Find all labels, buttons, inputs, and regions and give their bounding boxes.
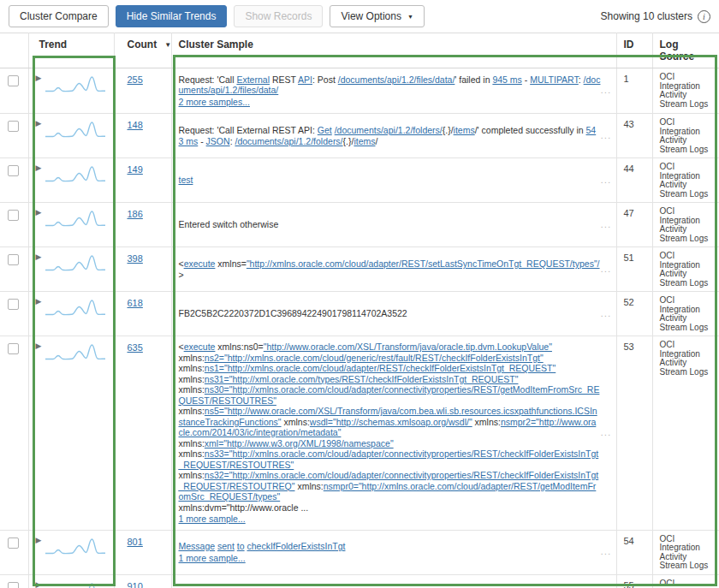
row-checkbox[interactable]: [8, 343, 19, 354]
sample-link[interactable]: execute: [184, 258, 216, 269]
expand-row-icon[interactable]: ▶: [36, 297, 42, 306]
row-checkbox[interactable]: [8, 299, 19, 310]
more-samples-link[interactable]: 1 more sample...: [179, 514, 246, 525]
sample-link[interactable]: /documents/api/1.2/folders/: [235, 136, 342, 146]
row-checkbox[interactable]: [8, 582, 19, 588]
info-icon[interactable]: i: [698, 10, 710, 23]
row-overflow-ellipsis[interactable]: ...: [601, 175, 612, 186]
sample-link[interactable]: MULTIPART: [530, 74, 579, 85]
cluster-id-cell: 44: [616, 158, 652, 203]
expand-row-icon[interactable]: ▶: [36, 342, 42, 350]
trend-cell: ▶: [28, 203, 114, 247]
count-link[interactable]: 148: [128, 120, 143, 130]
count-link[interactable]: 255: [128, 74, 143, 85]
sample-link[interactable]: sent: [217, 541, 235, 551]
row-checkbox[interactable]: [8, 538, 19, 549]
log-source-cell: OCI Integration Activity Stream Logs: [652, 336, 719, 531]
count-link[interactable]: 186: [128, 209, 143, 219]
row-checkbox[interactable]: [8, 254, 19, 265]
row-overflow-ellipsis[interactable]: ...: [601, 219, 612, 230]
sample-link[interactable]: /documents/api/1.2/files/data/: [338, 74, 455, 85]
sample-link[interactable]: checkIfFolderExistsInTgt: [247, 541, 346, 551]
more-samples-link[interactable]: 1 more sample...: [179, 553, 246, 564]
sample-link[interactable]: API: [298, 74, 312, 85]
sample-link[interactable]: items: [454, 125, 475, 135]
sample-link[interactable]: items: [354, 136, 375, 146]
sort-descending-icon[interactable]: ▼: [164, 41, 171, 49]
count-link[interactable]: 801: [128, 537, 143, 547]
view-options-button[interactable]: View Options▼: [330, 5, 424, 27]
trend-sparkline: [45, 297, 106, 319]
cluster-sample-cell: Stitch Statements Completed for TrimTheC…: [171, 574, 616, 588]
row-overflow-ellipsis[interactable]: ...: [601, 264, 612, 275]
expand-row-icon[interactable]: ▶: [36, 163, 42, 172]
sample-text-fragment: xmlns:: [472, 417, 501, 427]
sample-text-fragment: -: [522, 74, 530, 85]
row-overflow-ellipsis[interactable]: ...: [601, 308, 612, 319]
sample-link[interactable]: ns33="http://xmlns.oracle.com/cloud/adap…: [179, 448, 599, 470]
sample-link[interactable]: JSON: [206, 136, 230, 146]
row-checkbox[interactable]: [8, 121, 19, 132]
sample-text-fragment: /' completed successfully in: [475, 125, 586, 135]
sample-link[interactable]: execute: [184, 342, 216, 352]
count-column-header[interactable]: Count▼: [114, 33, 171, 68]
sample-link[interactable]: ns30="http://xmlns.oracle.com/cloud/adap…: [179, 384, 600, 406]
count-cell: 398: [114, 247, 171, 292]
sample-link[interactable]: External: [236, 74, 270, 85]
count-link[interactable]: 398: [128, 253, 143, 264]
row-overflow-ellipsis[interactable]: ...: [601, 428, 612, 439]
expand-row-icon[interactable]: ▶: [36, 252, 42, 261]
count-link[interactable]: 635: [128, 342, 143, 353]
count-link[interactable]: 910: [128, 581, 143, 588]
cluster-id-cell: 51: [616, 247, 652, 292]
row-overflow-ellipsis[interactable]: ...: [601, 86, 612, 97]
row-checkbox[interactable]: [8, 210, 19, 221]
cluster-compare-button[interactable]: Cluster Compare: [9, 5, 109, 27]
expand-row-icon[interactable]: ▶: [36, 119, 42, 128]
row-checkbox[interactable]: [8, 165, 19, 176]
sample-link[interactable]: ns1="http://xmlns.oracle.com/cloud/adapt…: [205, 363, 556, 373]
sample-link[interactable]: ns2="http://xmlns.oracle.com/cloud/gener…: [205, 353, 544, 363]
expand-row-icon[interactable]: ▶: [36, 208, 42, 217]
sample-text-fragment: xmlns:: [179, 374, 205, 384]
sample-link[interactable]: wsdl="http://schemas.xmlsoap.org/wsdl/": [310, 417, 472, 427]
row-overflow-ellipsis[interactable]: ...: [601, 130, 612, 141]
row-checkbox[interactable]: [8, 75, 19, 86]
more-samples-link[interactable]: 2 more samples...: [179, 97, 250, 108]
trend-cell: ▶: [28, 574, 114, 588]
row-select-cell: [0, 292, 28, 336]
table-row: ▶ 910 Stitch Statements Completed for Tr…: [0, 574, 719, 588]
trend-cell: ▶: [28, 68, 114, 114]
sample-text-fragment: ' failed in: [455, 74, 492, 85]
cluster-id-cell: 53: [616, 336, 652, 531]
cluster-sample-cell: test ...: [171, 158, 616, 203]
sample-link[interactable]: "http://www.oracle.com/XSL/Transform/jav…: [264, 342, 552, 352]
log-source-cell: OCI Integration Activity Stream Logs: [652, 203, 719, 247]
sample-link[interactable]: ns31="http://xml.oracle.com/types/REST/c…: [205, 374, 519, 384]
cluster-id-cell: 55: [616, 574, 652, 588]
sample-link[interactable]: xml="http://www.w3.org/XML/1998/namespac…: [205, 438, 394, 448]
count-link[interactable]: 149: [128, 164, 143, 175]
cluster-sample-cell: Request: 'Call External REST API: Get /d…: [171, 114, 616, 158]
sample-text-fragment: {.}/: [343, 136, 354, 146]
count-cell: 801: [114, 530, 171, 574]
sample-link[interactable]: Get: [318, 125, 332, 135]
hide-similar-trends-button[interactable]: Hide Similar Trends: [116, 5, 228, 27]
cluster-sample-cell: <execute xmlns:ns0="http://www.oracle.co…: [171, 336, 616, 531]
cluster-sample-cell: <execute xmlns="http://xmlns.oracle.com/…: [171, 247, 616, 292]
expand-row-icon[interactable]: ▶: [36, 580, 42, 588]
trend-sparkline: [45, 580, 106, 588]
expand-row-icon[interactable]: ▶: [36, 74, 42, 82]
sample-text-fragment: xmlns:: [179, 384, 205, 395]
sample-link[interactable]: test: [179, 175, 193, 185]
row-overflow-ellipsis[interactable]: ...: [601, 547, 612, 558]
expand-row-icon[interactable]: ▶: [36, 536, 42, 544]
trend-cell: ▶: [28, 292, 114, 336]
sample-link[interactable]: /documents/api/1.2/folders/: [335, 125, 443, 135]
count-link[interactable]: 618: [128, 298, 143, 308]
sample-link[interactable]: to: [237, 541, 245, 551]
sample-link[interactable]: "http://xmlns.oracle.com/cloud/adapter/R…: [247, 258, 600, 269]
sample-link[interactable]: 945 ms: [492, 74, 521, 85]
trend-sparkline: [45, 252, 106, 275]
sample-link[interactable]: Message: [179, 541, 216, 551]
